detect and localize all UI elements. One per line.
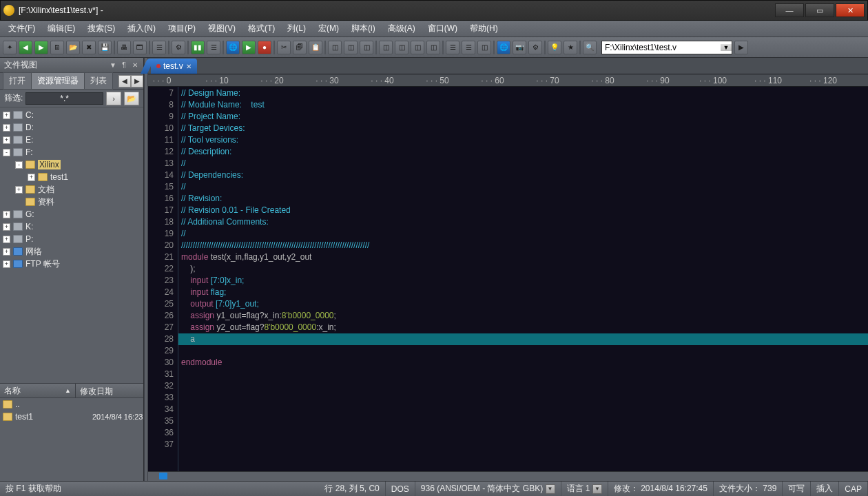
tool-find[interactable]: 🔍 (583, 41, 597, 54)
menu-column[interactable]: 列(L) (282, 21, 311, 37)
code-body[interactable]: // Design Name: // Module Name: test // … (178, 87, 868, 471)
tool-open[interactable]: 📂 (66, 41, 80, 54)
tool-stop[interactable]: ● (258, 41, 271, 54)
subtab-list[interactable]: 列表 (84, 72, 113, 90)
menubar: 文件(F) 编辑(E) 搜索(S) 插入(N) 项目(P) 视图(V) 格式(T… (0, 21, 868, 37)
bookmark-marker[interactable] (159, 473, 167, 479)
tool-c[interactable]: ◫ (360, 41, 373, 54)
list-body[interactable]: ..test12014/8/4 16:23:... (0, 398, 143, 481)
tool-j[interactable]: ◫ (477, 41, 491, 54)
window-buttons: — ▭ ✕ (775, 3, 865, 17)
path-combobox[interactable]: ▼ (601, 41, 732, 54)
tool-doc[interactable]: 🗎 (50, 41, 64, 54)
status-lang[interactable]: 语言 1 ▼ (561, 482, 608, 496)
tree-node[interactable]: 资料 (0, 196, 143, 208)
filter-go[interactable]: › (106, 92, 121, 105)
tool-paste[interactable]: 📋 (309, 41, 322, 54)
tool-new[interactable]: ✦ (3, 41, 17, 54)
tool-forward[interactable]: ▶ (34, 41, 48, 54)
tool-run[interactable]: ▶ (242, 41, 256, 54)
tool-d[interactable]: ◫ (379, 41, 393, 54)
file-tree[interactable]: +C:+D:+E:-F:-Xilinx+test1+文档资料+G:+K:+P:+… (0, 107, 143, 383)
menu-window[interactable]: 窗口(W) (422, 21, 463, 37)
status-eol[interactable]: DOS (386, 482, 415, 496)
status-enc[interactable]: 936 (ANSI/OEM - 简体中文 GBK) ▼ (415, 482, 561, 496)
tree-node[interactable]: +G: (0, 208, 143, 220)
tree-node[interactable]: +P: (0, 233, 143, 245)
tree-node[interactable]: +test1 (0, 171, 143, 183)
maximize-button[interactable]: ▭ (805, 3, 834, 17)
list-row[interactable]: test12014/8/4 16:23:... (0, 411, 143, 423)
menu-advanced[interactable]: 高级(A) (382, 21, 421, 37)
status-ins[interactable]: 插入 (811, 482, 839, 496)
path-dropdown-icon[interactable]: ▼ (721, 44, 732, 51)
subtab-open[interactable]: 打开 (3, 72, 32, 90)
tool-k[interactable]: 🌐 (497, 41, 510, 54)
menu-project[interactable]: 项目(P) (163, 21, 201, 37)
dropdown-icon[interactable]: ▼ (109, 61, 117, 69)
tool-tip[interactable]: 💡 (548, 41, 561, 54)
tool-web[interactable]: 🌐 (226, 41, 240, 54)
close-button[interactable]: ✕ (836, 3, 865, 17)
tool-preview[interactable]: 🗔 (133, 41, 147, 54)
tool-a[interactable]: ◫ (328, 41, 342, 54)
menu-insert[interactable]: 插入(N) (122, 21, 161, 37)
tool-html[interactable]: ⚙ (172, 41, 185, 54)
tree-node[interactable]: +FTP 帐号 (0, 258, 143, 270)
menu-edit[interactable]: 编辑(E) (42, 21, 81, 37)
minimize-button[interactable]: — (775, 3, 804, 17)
tool-e[interactable]: ◫ (395, 41, 409, 54)
code-editor[interactable]: 7891011121314151617181920212223242526272… (148, 87, 868, 471)
list-row[interactable]: .. (0, 398, 143, 411)
menu-macro[interactable]: 宏(M) (313, 21, 344, 37)
tool-copy[interactable]: 🗐 (293, 41, 307, 54)
tree-node[interactable]: +网络 (0, 245, 143, 258)
tool-h[interactable]: ☰ (446, 41, 459, 54)
menu-view[interactable]: 视图(V) (203, 21, 241, 37)
tree-node[interactable]: +C: (0, 109, 143, 121)
tool-back[interactable]: ◀ (19, 41, 32, 54)
close-panel-icon[interactable]: ✕ (131, 61, 139, 69)
tool-save[interactable]: 💾 (98, 41, 112, 54)
nav-next[interactable]: ▶ (131, 75, 143, 87)
toolbar-sep (168, 41, 169, 54)
nav-prev[interactable]: ◀ (118, 75, 131, 87)
subtab-explorer[interactable]: 资源管理器 (31, 72, 85, 90)
tool-g[interactable]: ◫ (426, 41, 440, 54)
filter-browse[interactable]: 📂 (124, 92, 139, 105)
tool-go[interactable]: ▶ (734, 41, 748, 54)
tree-node[interactable]: +文档 (0, 183, 143, 196)
status-cap[interactable]: CAP (839, 482, 868, 496)
tool-print[interactable]: 🖶 (117, 41, 131, 54)
path-input[interactable] (602, 43, 721, 52)
tree-node[interactable]: +D: (0, 121, 143, 134)
col-name-header[interactable]: 名称▲ (0, 384, 76, 397)
menu-file[interactable]: 文件(F) (3, 21, 41, 37)
menu-format[interactable]: 格式(T) (242, 21, 280, 37)
file-tab[interactable]: test.v ✕ (151, 59, 197, 74)
tool-cut[interactable]: ✂ (277, 41, 291, 54)
col-date-header[interactable]: 修改日期 (76, 384, 143, 397)
filter-pattern[interactable]: *.* (25, 92, 103, 105)
tree-node[interactable]: +K: (0, 220, 143, 233)
tool-m[interactable]: ⚙ (528, 41, 542, 54)
pin-icon[interactable]: ¶ (120, 61, 128, 69)
menu-help[interactable]: 帮助(H) (464, 21, 504, 37)
tree-node[interactable]: +E: (0, 134, 143, 146)
menu-script[interactable]: 脚本(i) (346, 21, 381, 37)
tool-star[interactable]: ★ (564, 41, 577, 54)
tool-close[interactable]: ✖ (82, 41, 96, 54)
toolbar-sep (493, 41, 495, 54)
tool-f[interactable]: ◫ (411, 41, 424, 54)
tool-wrap[interactable]: ☰ (207, 41, 220, 54)
tab-close-icon[interactable]: ✕ (186, 63, 192, 70)
tool-i[interactable]: ☰ (462, 41, 475, 54)
menu-search[interactable]: 搜索(S) (82, 21, 121, 37)
sidebar-title-text: 文件视图 (4, 59, 37, 71)
tool-col[interactable]: ▮▮ (191, 41, 205, 54)
tool-b[interactable]: ◫ (344, 41, 358, 54)
tool-list[interactable]: ☰ (152, 41, 166, 54)
tree-node[interactable]: -Xilinx (0, 158, 143, 171)
tool-l[interactable]: 📷 (513, 41, 526, 54)
tree-node[interactable]: -F: (0, 146, 143, 158)
